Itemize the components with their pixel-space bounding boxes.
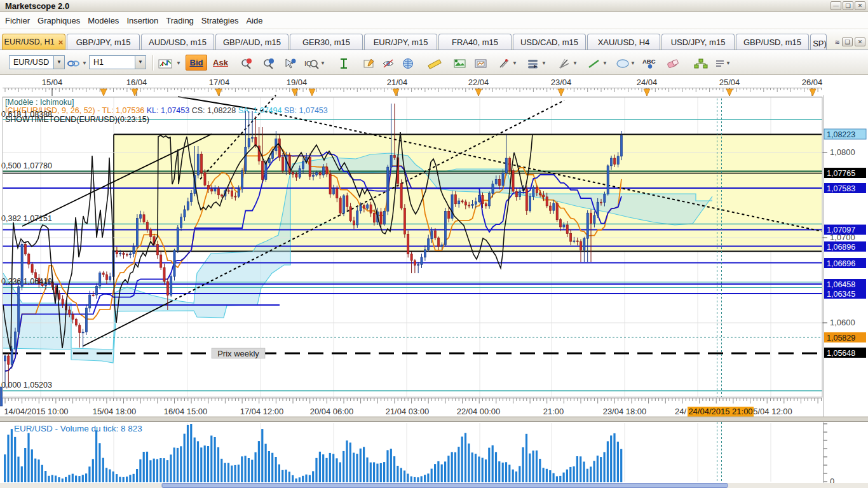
svg-text:24/04/2015 21:00: 24/04/2015 21:00 xyxy=(688,407,752,416)
svg-text:15/04 18:00: 15/04 18:00 xyxy=(93,407,137,416)
svg-text:23/04: 23/04 xyxy=(551,78,572,87)
svg-text:[Modèle : Ichimoku]: [Modèle : Ichimoku] xyxy=(5,98,74,107)
svg-text:1,0600: 1,0600 xyxy=(830,318,855,327)
svg-text:Prix weekly: Prix weekly xyxy=(217,349,259,358)
svg-text:SHOWTIMETOEND(EUR/USD)(0:23:15: SHOWTIMETOEND(EUR/USD)(0:23:15) xyxy=(5,115,149,124)
svg-text:24/04: 24/04 xyxy=(637,78,658,87)
svg-text:24/: 24/ xyxy=(675,407,686,416)
svg-text:19/04: 19/04 xyxy=(287,78,308,87)
svg-text:17/04 12:00: 17/04 12:00 xyxy=(240,407,284,416)
svg-text:21/04: 21/04 xyxy=(387,78,408,87)
svg-text:0,382 1,07151: 0,382 1,07151 xyxy=(1,214,52,223)
svg-text:EUR/USD - Volume du tick: 8 82: EUR/USD - Volume du tick: 8 823 xyxy=(14,424,142,433)
svg-text:1,08223: 1,08223 xyxy=(827,130,855,139)
svg-text:0,500 1,07780: 0,500 1,07780 xyxy=(1,161,52,170)
svg-text:0,000 1,05203: 0,000 1,05203 xyxy=(1,381,52,390)
svg-text:1,06896: 1,06896 xyxy=(827,243,855,252)
svg-text:5/04 12:00: 5/04 12:00 xyxy=(753,407,792,416)
svg-text:17/04: 17/04 xyxy=(209,78,230,87)
svg-text:16/04 15:00: 16/04 15:00 xyxy=(164,407,208,416)
svg-text:F: F xyxy=(534,64,537,69)
svg-text:22/04 00:00: 22/04 00:00 xyxy=(457,407,501,416)
svg-text:1,0800: 1,0800 xyxy=(830,147,855,157)
svg-text:15/04: 15/04 xyxy=(42,78,63,87)
svg-text:1,07097: 1,07097 xyxy=(827,226,855,234)
svg-text:ABC: ABC xyxy=(642,58,656,65)
svg-text:16/04: 16/04 xyxy=(126,78,147,87)
svg-text:21:00: 21:00 xyxy=(543,407,564,416)
svg-text:26/04: 26/04 xyxy=(802,78,823,87)
svg-text:23/04 18:00: 23/04 18:00 xyxy=(603,407,647,416)
svg-text:1,06345: 1,06345 xyxy=(827,290,855,299)
svg-text:1,05648: 1,05648 xyxy=(827,349,855,358)
svg-text:1,07765: 1,07765 xyxy=(827,169,855,178)
svg-text:1,06696: 1,06696 xyxy=(827,259,855,268)
svg-text:22/04: 22/04 xyxy=(468,78,489,87)
svg-text:0,236 1,06419: 0,236 1,06419 xyxy=(1,277,52,286)
svg-text:20/04 06:00: 20/04 06:00 xyxy=(310,407,354,416)
svg-text:1,07583: 1,07583 xyxy=(827,184,855,193)
svg-text:14/04/2015 10:00: 14/04/2015 10:00 xyxy=(4,407,68,416)
svg-text:1,05829: 1,05829 xyxy=(827,334,855,342)
svg-text:25/04: 25/04 xyxy=(719,78,740,87)
svg-text:21/04 03:00: 21/04 03:00 xyxy=(386,407,430,416)
svg-text:ICH(EUR/USD, 9, 26, 52) - TL:: ICH(EUR/USD, 9, 26, 52) - TL: 1,07536 KL… xyxy=(5,106,328,115)
svg-text:1,06458: 1,06458 xyxy=(827,280,855,289)
